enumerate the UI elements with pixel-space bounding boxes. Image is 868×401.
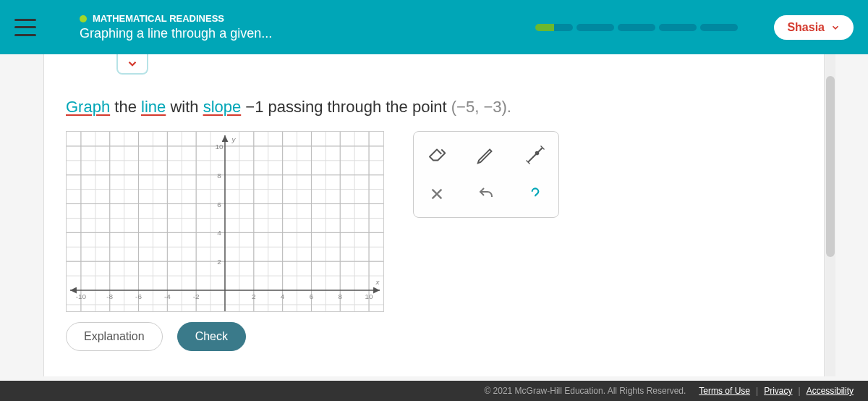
svg-text:-6: -6 — [135, 292, 142, 300]
eraser-icon — [426, 144, 448, 166]
svg-text:-10: -10 — [76, 292, 87, 300]
svg-text:x: x — [375, 278, 380, 286]
pencil-icon — [475, 144, 497, 166]
status-dot-icon — [80, 15, 87, 22]
expand-tab[interactable] — [116, 54, 148, 75]
header-titles: MATHEMATICAL READINESS Graphing a line t… — [80, 13, 272, 41]
privacy-link[interactable]: Privacy — [764, 386, 792, 396]
chevron-down-icon — [126, 57, 139, 70]
menu-icon[interactable] — [14, 19, 36, 36]
term-line[interactable]: line — [141, 98, 166, 116]
svg-text:2: 2 — [217, 258, 221, 266]
footer: © 2021 McGraw-Hill Education. All Rights… — [0, 381, 868, 401]
scrollbar-thumb[interactable] — [826, 76, 835, 257]
svg-text:2: 2 — [252, 292, 256, 300]
clear-button[interactable] — [422, 180, 451, 208]
svg-text:10: 10 — [365, 292, 374, 300]
svg-text:-4: -4 — [164, 292, 171, 300]
pencil-tool[interactable] — [472, 140, 501, 169]
problem-text: Graph the line with slope −1 passing thr… — [44, 62, 824, 131]
svg-text:6: 6 — [217, 200, 221, 208]
progress-segment — [576, 24, 614, 31]
svg-text:4: 4 — [217, 229, 221, 237]
svg-point-68 — [536, 152, 539, 155]
graph-canvas[interactable]: -10-8-6 -4-2 246 810 1086 42-2 y x — [66, 131, 384, 312]
svg-text:y: y — [231, 135, 236, 143]
main-panel: Graph the line with slope −1 passing thr… — [43, 54, 825, 376]
progress-segment — [700, 24, 738, 31]
undo-icon — [477, 185, 495, 203]
undo-button[interactable] — [472, 180, 501, 208]
progress-segment — [535, 24, 573, 31]
point-value: (−5, −3). — [451, 98, 511, 116]
progress-segment — [659, 24, 697, 31]
check-button[interactable]: Check — [177, 322, 246, 351]
accessibility-link[interactable]: Accessibility — [807, 386, 854, 396]
term-slope[interactable]: slope — [203, 98, 242, 116]
help-icon — [526, 185, 545, 203]
copyright-text: © 2021 McGraw-Hill Education. All Rights… — [484, 386, 686, 396]
svg-text:6: 6 — [310, 292, 314, 300]
terms-link[interactable]: Terms of Use — [699, 386, 750, 396]
slope-value: −1 — [245, 98, 263, 116]
coordinate-grid: -10-8-6 -4-2 246 810 1086 42-2 y x — [67, 132, 383, 312]
term-graph[interactable]: Graph — [66, 98, 110, 116]
chevron-down-icon — [830, 22, 841, 33]
progress-segment — [618, 24, 655, 31]
close-icon — [429, 186, 445, 202]
scrollbar[interactable] — [825, 54, 835, 376]
line-icon — [524, 144, 546, 166]
tool-panel — [413, 131, 559, 218]
svg-text:8: 8 — [338, 292, 342, 300]
svg-text:10: 10 — [215, 143, 224, 151]
svg-text:-2: -2 — [193, 292, 200, 300]
svg-line-67 — [528, 148, 542, 162]
subject-label: MATHEMATICAL READINESS — [93, 13, 224, 24]
help-button[interactable] — [521, 180, 550, 208]
app-header: MATHEMATICAL READINESS Graphing a line t… — [0, 0, 868, 54]
svg-text:4: 4 — [281, 292, 285, 300]
eraser-tool[interactable] — [422, 140, 451, 169]
progress-bar — [535, 24, 738, 31]
explanation-button[interactable]: Explanation — [66, 322, 163, 351]
svg-text:8: 8 — [217, 172, 221, 180]
svg-text:-8: -8 — [106, 292, 113, 300]
user-name: Shasia — [787, 21, 825, 34]
user-menu[interactable]: Shasia — [774, 15, 854, 40]
line-tool[interactable] — [521, 140, 550, 169]
lesson-title: Graphing a line through a given... — [80, 26, 272, 41]
